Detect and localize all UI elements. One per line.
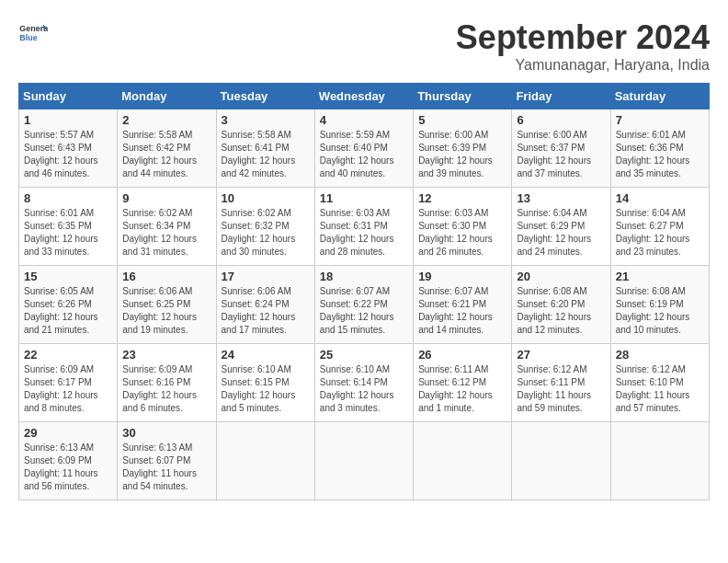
calendar-row: 15 Sunrise: 6:05 AM Sunset: 6:26 PM Dayl…: [19, 266, 710, 344]
day-info: Sunrise: 6:07 AM Sunset: 6:22 PM Dayligh…: [320, 285, 408, 337]
day-number: 14: [616, 191, 704, 205]
day-number: 8: [24, 191, 112, 205]
day-info: Sunrise: 6:09 AM Sunset: 6:16 PM Dayligh…: [122, 363, 210, 415]
table-row: 11 Sunrise: 6:03 AM Sunset: 6:31 PM Dayl…: [314, 188, 413, 266]
logo: General Blue: [18, 18, 48, 48]
day-info: Sunrise: 6:02 AM Sunset: 6:32 PM Dayligh…: [222, 207, 310, 259]
table-row: 20 Sunrise: 6:08 AM Sunset: 6:20 PM Dayl…: [512, 266, 610, 344]
day-number: 25: [320, 348, 408, 362]
day-info: Sunrise: 5:58 AM Sunset: 6:41 PM Dayligh…: [222, 129, 310, 180]
day-info: Sunrise: 6:07 AM Sunset: 6:21 PM Dayligh…: [418, 285, 506, 337]
day-number: 10: [222, 191, 310, 205]
table-row: 27 Sunrise: 6:12 AM Sunset: 6:11 PM Dayl…: [512, 344, 610, 422]
day-number: 3: [222, 113, 310, 127]
table-row: 6 Sunrise: 6:00 AM Sunset: 6:37 PM Dayli…: [512, 109, 610, 188]
table-row: 9 Sunrise: 6:02 AM Sunset: 6:34 PM Dayli…: [118, 188, 216, 266]
day-number: 11: [320, 191, 408, 205]
day-info: Sunrise: 6:12 AM Sunset: 6:11 PM Dayligh…: [517, 363, 605, 415]
day-number: 24: [222, 348, 310, 362]
day-number: 30: [122, 426, 210, 440]
day-info: Sunrise: 5:58 AM Sunset: 6:42 PM Dayligh…: [122, 129, 210, 180]
table-row: 24 Sunrise: 6:10 AM Sunset: 6:15 PM Dayl…: [216, 344, 314, 422]
day-info: Sunrise: 6:01 AM Sunset: 6:35 PM Dayligh…: [24, 207, 112, 259]
table-row: 30 Sunrise: 6:13 AM Sunset: 6:07 PM Dayl…: [118, 422, 216, 500]
day-number: 19: [418, 270, 506, 283]
header: General Blue September 2024 Yamunanagar,…: [18, 18, 710, 74]
day-info: Sunrise: 5:59 AM Sunset: 6:40 PM Dayligh…: [320, 129, 408, 180]
header-cell-sunday: Sunday: [19, 84, 118, 109]
day-number: 5: [418, 113, 506, 127]
table-row: 22 Sunrise: 6:09 AM Sunset: 6:17 PM Dayl…: [19, 344, 118, 422]
day-number: 6: [517, 113, 605, 127]
day-info: Sunrise: 6:13 AM Sunset: 6:09 PM Dayligh…: [24, 442, 112, 493]
day-info: Sunrise: 6:11 AM Sunset: 6:12 PM Dayligh…: [418, 363, 506, 415]
day-info: Sunrise: 6:05 AM Sunset: 6:26 PM Dayligh…: [24, 285, 112, 337]
day-info: Sunrise: 6:02 AM Sunset: 6:34 PM Dayligh…: [122, 207, 210, 259]
day-info: Sunrise: 6:13 AM Sunset: 6:07 PM Dayligh…: [122, 442, 210, 493]
table-row: 1 Sunrise: 5:57 AM Sunset: 6:43 PM Dayli…: [19, 109, 118, 188]
calendar-row: 22 Sunrise: 6:09 AM Sunset: 6:17 PM Dayl…: [19, 344, 710, 422]
table-row: [314, 422, 413, 500]
day-number: 16: [122, 270, 210, 283]
table-row: [610, 422, 709, 500]
calendar-row: 1 Sunrise: 5:57 AM Sunset: 6:43 PM Dayli…: [19, 109, 710, 188]
day-number: 4: [320, 113, 408, 127]
table-row: 25 Sunrise: 6:10 AM Sunset: 6:14 PM Dayl…: [314, 344, 413, 422]
day-number: 17: [222, 270, 310, 283]
day-info: Sunrise: 6:00 AM Sunset: 6:39 PM Dayligh…: [418, 129, 506, 180]
day-info: Sunrise: 6:12 AM Sunset: 6:10 PM Dayligh…: [616, 363, 704, 415]
calendar-table: SundayMondayTuesdayWednesdayThursdayFrid…: [18, 83, 710, 500]
header-cell-friday: Friday: [512, 84, 610, 109]
day-number: 29: [24, 426, 112, 440]
day-info: Sunrise: 6:10 AM Sunset: 6:14 PM Dayligh…: [320, 363, 408, 415]
day-number: 7: [616, 113, 704, 127]
table-row: 5 Sunrise: 6:00 AM Sunset: 6:39 PM Dayli…: [414, 109, 512, 188]
table-row: 26 Sunrise: 6:11 AM Sunset: 6:12 PM Dayl…: [414, 344, 512, 422]
table-row: 29 Sunrise: 6:13 AM Sunset: 6:09 PM Dayl…: [19, 422, 118, 500]
calendar-body: 1 Sunrise: 5:57 AM Sunset: 6:43 PM Dayli…: [19, 109, 710, 500]
day-number: 21: [616, 270, 704, 283]
day-number: 18: [320, 270, 408, 283]
table-row: 28 Sunrise: 6:12 AM Sunset: 6:10 PM Dayl…: [610, 344, 709, 422]
day-number: 28: [616, 348, 704, 362]
table-row: 14 Sunrise: 6:04 AM Sunset: 6:27 PM Dayl…: [610, 188, 709, 266]
table-row: [512, 422, 610, 500]
day-info: Sunrise: 6:01 AM Sunset: 6:36 PM Dayligh…: [616, 129, 704, 180]
header-cell-wednesday: Wednesday: [314, 84, 413, 109]
day-info: Sunrise: 5:57 AM Sunset: 6:43 PM Dayligh…: [24, 129, 112, 180]
location-title: Yamunanagar, Haryana, India: [456, 57, 710, 74]
day-number: 2: [122, 113, 210, 127]
day-info: Sunrise: 6:03 AM Sunset: 6:31 PM Dayligh…: [320, 207, 408, 259]
day-number: 23: [122, 348, 210, 362]
table-row: 8 Sunrise: 6:01 AM Sunset: 6:35 PM Dayli…: [19, 188, 118, 266]
day-number: 27: [517, 348, 605, 362]
table-row: 3 Sunrise: 5:58 AM Sunset: 6:41 PM Dayli…: [216, 109, 314, 188]
day-info: Sunrise: 6:00 AM Sunset: 6:37 PM Dayligh…: [517, 129, 605, 180]
table-row: 21 Sunrise: 6:08 AM Sunset: 6:19 PM Dayl…: [610, 266, 709, 344]
table-row: 7 Sunrise: 6:01 AM Sunset: 6:36 PM Dayli…: [610, 109, 709, 188]
table-row: 17 Sunrise: 6:06 AM Sunset: 6:24 PM Dayl…: [216, 266, 314, 344]
table-row: 10 Sunrise: 6:02 AM Sunset: 6:32 PM Dayl…: [216, 188, 314, 266]
table-row: 23 Sunrise: 6:09 AM Sunset: 6:16 PM Dayl…: [118, 344, 216, 422]
day-info: Sunrise: 6:06 AM Sunset: 6:24 PM Dayligh…: [222, 285, 310, 337]
calendar-row: 29 Sunrise: 6:13 AM Sunset: 6:09 PM Dayl…: [19, 422, 710, 500]
day-info: Sunrise: 6:09 AM Sunset: 6:17 PM Dayligh…: [24, 363, 112, 415]
header-cell-saturday: Saturday: [610, 84, 709, 109]
table-row: 15 Sunrise: 6:05 AM Sunset: 6:26 PM Dayl…: [19, 266, 118, 344]
header-cell-monday: Monday: [118, 84, 216, 109]
table-row: 16 Sunrise: 6:06 AM Sunset: 6:25 PM Dayl…: [118, 266, 216, 344]
table-row: 18 Sunrise: 6:07 AM Sunset: 6:22 PM Dayl…: [314, 266, 413, 344]
logo-icon: General Blue: [18, 18, 48, 48]
calendar-row: 8 Sunrise: 6:01 AM Sunset: 6:35 PM Dayli…: [19, 188, 710, 266]
header-cell-tuesday: Tuesday: [216, 84, 314, 109]
table-row: 2 Sunrise: 5:58 AM Sunset: 6:42 PM Dayli…: [118, 109, 216, 188]
day-number: 22: [24, 348, 112, 362]
day-number: 9: [122, 191, 210, 205]
day-info: Sunrise: 6:10 AM Sunset: 6:15 PM Dayligh…: [222, 363, 310, 415]
table-row: 12 Sunrise: 6:03 AM Sunset: 6:30 PM Dayl…: [414, 188, 512, 266]
day-number: 13: [517, 191, 605, 205]
day-info: Sunrise: 6:04 AM Sunset: 6:27 PM Dayligh…: [616, 207, 704, 259]
table-row: 19 Sunrise: 6:07 AM Sunset: 6:21 PM Dayl…: [414, 266, 512, 344]
day-number: 15: [24, 270, 112, 283]
table-row: [414, 422, 512, 500]
